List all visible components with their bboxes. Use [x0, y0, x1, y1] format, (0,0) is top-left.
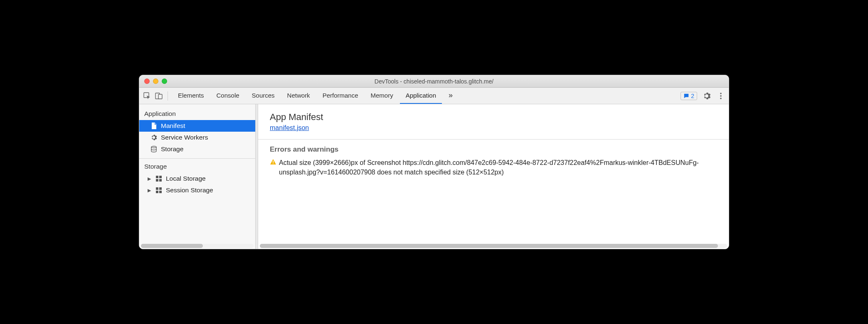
- manifest-file-link[interactable]: manifest.json: [270, 124, 309, 131]
- svg-point-3: [720, 93, 722, 94]
- more-menu-icon[interactable]: [716, 91, 725, 101]
- file-icon: [150, 122, 158, 130]
- sidebar-item-label: Service Workers: [161, 134, 251, 141]
- main-horizontal-scrollbar[interactable]: [260, 244, 727, 248]
- warning-icon: [270, 159, 276, 165]
- svg-point-5: [720, 98, 722, 99]
- traffic-lights: [139, 79, 167, 84]
- device-toolbar-icon[interactable]: [154, 91, 163, 101]
- sidebar-item-local-storage[interactable]: ▶ Local Storage: [139, 173, 255, 184]
- window-title: DevTools - chiseled-mammoth-talos.glitch…: [139, 78, 729, 85]
- tab-elements[interactable]: Elements: [172, 88, 210, 104]
- svg-rect-9: [156, 179, 158, 182]
- grid-icon: [155, 175, 163, 182]
- toolbar-left-group: [143, 91, 168, 101]
- tab-performance[interactable]: Performance: [317, 88, 364, 104]
- svg-point-6: [151, 146, 156, 148]
- svg-rect-8: [159, 176, 162, 178]
- toolbar-right-group: 2: [677, 91, 725, 101]
- svg-rect-14: [159, 191, 162, 193]
- svg-rect-7: [156, 176, 158, 178]
- database-icon: [150, 145, 158, 153]
- page-title: App Manifest: [270, 112, 717, 123]
- manifest-panel: App Manifest manifest.json Errors and wa…: [258, 104, 729, 249]
- svg-rect-2: [158, 94, 162, 99]
- chevron-right-icon: ▶: [148, 188, 152, 193]
- devtools-window: DevTools - chiseled-mammoth-talos.glitch…: [139, 75, 729, 249]
- minimize-window-button[interactable]: [153, 79, 158, 84]
- sidebar-item-storage[interactable]: Storage: [139, 143, 255, 155]
- tab-console[interactable]: Console: [211, 88, 245, 104]
- sidebar-horizontal-scrollbar[interactable]: [141, 244, 254, 248]
- tabs-overflow-button[interactable]: »: [443, 88, 459, 104]
- sidebar-item-label: Local Storage: [166, 175, 206, 182]
- sidebar-item-service-workers[interactable]: Service Workers: [139, 132, 255, 143]
- panel-tabs: Elements Console Sources Network Perform…: [172, 88, 676, 104]
- svg-rect-10: [159, 179, 162, 182]
- sidebar-item-session-storage[interactable]: ▶ Session Storage: [139, 184, 255, 196]
- gear-icon: [150, 134, 158, 141]
- divider: [258, 139, 729, 140]
- inspect-element-icon[interactable]: [143, 91, 152, 101]
- messages-badge[interactable]: 2: [681, 92, 697, 100]
- zoom-window-button[interactable]: [162, 79, 167, 84]
- grid-icon: [155, 187, 163, 194]
- tab-network[interactable]: Network: [281, 88, 316, 104]
- svg-rect-13: [156, 191, 158, 193]
- svg-rect-12: [159, 187, 162, 190]
- warning-text: Actual size (3999×2666)px of Screenshot …: [279, 158, 717, 177]
- messages-count: 2: [691, 93, 694, 99]
- tab-sources[interactable]: Sources: [246, 88, 281, 104]
- tab-memory[interactable]: Memory: [365, 88, 399, 104]
- svg-rect-16: [273, 163, 274, 164]
- sidebar-item-label: Manifest: [161, 122, 251, 130]
- message-icon: [683, 93, 689, 99]
- sidebar-item-label: Storage: [161, 145, 251, 153]
- application-sidebar: Application Manifest Service Workers Sto…: [139, 104, 256, 249]
- settings-gear-icon[interactable]: [702, 91, 711, 101]
- sidebar-section-storage: Storage: [139, 159, 255, 173]
- titlebar: DevTools - chiseled-mammoth-talos.glitch…: [139, 75, 729, 88]
- sidebar-item-manifest[interactable]: Manifest: [139, 120, 255, 132]
- svg-point-4: [720, 95, 722, 97]
- chevron-right-icon: ▶: [148, 176, 152, 182]
- sidebar-item-label: Session Storage: [166, 187, 213, 194]
- svg-rect-15: [273, 161, 274, 163]
- devtools-toolbar: Elements Console Sources Network Perform…: [139, 88, 729, 104]
- errors-warnings-heading: Errors and warnings: [270, 145, 717, 154]
- svg-rect-11: [156, 187, 158, 190]
- sidebar-section-application: Application: [139, 106, 255, 120]
- tab-application[interactable]: Application: [400, 88, 442, 104]
- panel-body: Application Manifest Service Workers Sto…: [139, 104, 729, 249]
- warning-row: Actual size (3999×2666)px of Screenshot …: [270, 158, 717, 177]
- close-window-button[interactable]: [144, 79, 150, 84]
